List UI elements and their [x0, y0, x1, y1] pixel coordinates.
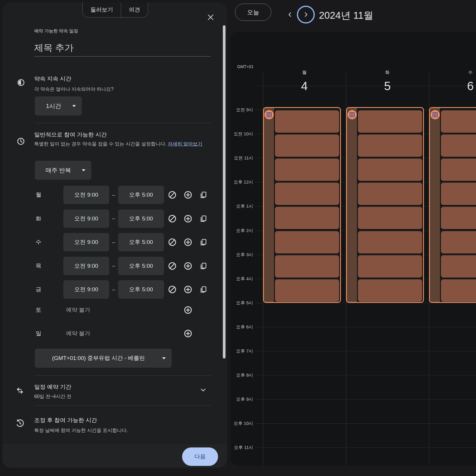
add-circle-icon [184, 214, 192, 223]
bookable-hour-slot[interactable] [275, 207, 339, 229]
grid-badge-icon [433, 112, 438, 117]
duration-question: 각 약속은 얼마나 지속되어야 하나요? [34, 85, 114, 93]
schedule-badge[interactable] [347, 110, 357, 119]
timezone-select[interactable]: (GMT+01:00) 중부유럽 시간 - 베를린 [35, 349, 172, 368]
bookable-hour-slot[interactable] [358, 134, 422, 157]
schedule-badge[interactable] [264, 110, 274, 119]
availability-description-text: 특별한 일이 없는 경우 약속을 잡을 수 있는 시간을 설정합니다. [34, 141, 168, 146]
panel-scrollbar[interactable] [223, 25, 226, 358]
bookable-window-block[interactable] [429, 107, 476, 303]
bookable-hour-slot[interactable] [275, 255, 339, 278]
bookable-hour-slot[interactable] [358, 207, 422, 229]
availability-day-row: 수 오전 9:00 – 오후 5:00 [2, 233, 227, 251]
bookable-hour-slot[interactable] [441, 255, 476, 278]
bookable-hour-slot[interactable] [441, 279, 476, 302]
block-day-button[interactable] [168, 238, 177, 247]
availability-day-row: 토 예약 불가 [2, 301, 227, 319]
add-period-button[interactable] [184, 214, 192, 223]
hour-gridline [255, 327, 476, 327]
copy-times-button[interactable] [199, 190, 208, 199]
bookable-hour-slot[interactable] [275, 279, 339, 302]
start-time-field[interactable]: 오전 9:00 [63, 257, 109, 275]
start-time-field[interactable]: 오전 9:00 [63, 186, 109, 204]
block-day-button[interactable] [168, 285, 177, 294]
bookable-hour-slot[interactable] [441, 183, 476, 205]
date-number: 4 [286, 79, 322, 93]
duration-select[interactable]: 1시간 [35, 96, 82, 115]
end-time-field[interactable]: 오후 5:00 [118, 209, 164, 228]
copy-times-button[interactable] [199, 262, 208, 270]
copy-times-button[interactable] [199, 214, 208, 223]
copy-times-button[interactable] [199, 285, 208, 294]
start-time-field[interactable]: 오전 9:00 [63, 233, 109, 251]
start-time-field[interactable]: 오전 9:00 [63, 280, 109, 299]
adjusted-availability-heading: 조정 후 참여 가능한 시간 [34, 416, 97, 424]
swap-arrows-icon [15, 387, 24, 396]
add-period-button[interactable] [184, 190, 192, 199]
add-period-button[interactable] [184, 262, 192, 270]
learn-more-link[interactable]: 자세히 알아보기 [168, 141, 202, 146]
today-button[interactable]: 오늘 [235, 4, 271, 21]
bookable-hour-slot[interactable] [275, 231, 339, 253]
add-period-button[interactable] [184, 238, 192, 247]
bookable-hour-slot[interactable] [441, 110, 476, 133]
bookable-hour-slot[interactable] [358, 279, 422, 302]
bookable-hour-slot[interactable] [358, 159, 422, 181]
clock-icon [16, 137, 25, 146]
hour-gridline [255, 351, 476, 351]
bookable-hour-slot[interactable] [275, 110, 339, 133]
calendar-day-header[interactable]: 화 5 [369, 70, 405, 93]
bookable-hour-slot[interactable] [441, 231, 476, 253]
next-button[interactable]: 다음 [182, 447, 218, 466]
appointment-schedule-panel: 둘러보기 의견 예약 가능한 약속 일정 제목 추가 약속 지속 시간 각 약속… [2, 2, 227, 468]
availability-day-row: 월 오전 9:00 – 오후 5:00 [2, 186, 227, 204]
start-time-field[interactable]: 오전 9:00 [63, 209, 109, 228]
bookable-window-block[interactable] [263, 107, 341, 303]
bookable-window-block[interactable] [346, 107, 424, 303]
add-circle-icon [184, 190, 192, 199]
end-time-field[interactable]: 오후 5:00 [118, 257, 164, 275]
bookable-hour-slot[interactable] [275, 159, 339, 181]
end-time-field[interactable]: 오후 5:00 [118, 233, 164, 251]
time-label: 오전 9시 [231, 107, 253, 113]
bookable-hour-slot[interactable] [358, 231, 422, 253]
bookable-hour-slot[interactable] [358, 110, 422, 133]
expand-booking-window-button[interactable] [199, 386, 208, 394]
recurrence-value: 매주 반복 [35, 166, 82, 174]
next-period-button[interactable] [297, 6, 315, 24]
recurrence-select[interactable]: 매주 반복 [35, 161, 91, 180]
block-day-button[interactable] [168, 190, 177, 199]
calendar-day-header[interactable]: 월 4 [286, 70, 322, 93]
schedule-badge[interactable] [430, 110, 440, 119]
day-label: 화 [36, 209, 41, 228]
block-icon [168, 262, 177, 270]
tab-feedback[interactable]: 의견 [121, 2, 148, 17]
bookable-hour-slot[interactable] [441, 207, 476, 229]
end-time-field[interactable]: 오후 5:00 [118, 280, 164, 299]
calendar-day-header[interactable]: 수 6 [452, 70, 476, 93]
section-divider [34, 405, 211, 405]
previous-period-button[interactable] [286, 10, 294, 19]
add-period-button[interactable] [184, 329, 192, 338]
adjusted-availability-description: 특정 날짜에 참여 가능한 시간을 표시합니다. [34, 427, 128, 434]
block-day-button[interactable] [168, 262, 177, 270]
block-day-button[interactable] [168, 214, 177, 223]
bookable-hour-slot[interactable] [358, 255, 422, 278]
hour-gridline [255, 447, 476, 448]
title-input[interactable]: 제목 추가 [34, 42, 74, 54]
bookable-hour-slot[interactable] [275, 134, 339, 157]
bookable-hour-slot[interactable] [441, 159, 476, 181]
bookable-hour-slot[interactable] [441, 134, 476, 157]
copy-times-button[interactable] [199, 238, 208, 247]
add-period-button[interactable] [184, 285, 192, 294]
hour-gridline [255, 423, 476, 424]
bookable-hour-slot[interactable] [358, 183, 422, 205]
tab-explore[interactable]: 둘러보기 [83, 2, 121, 17]
time-label: 오후 12시 [231, 179, 253, 185]
end-time-field[interactable]: 오후 5:00 [118, 186, 164, 204]
time-label: 오후 9시 [231, 397, 253, 402]
bookable-hour-slot[interactable] [275, 183, 339, 205]
add-period-button[interactable] [184, 306, 192, 314]
close-button[interactable] [205, 11, 217, 23]
bookable-window-rail [347, 108, 357, 302]
